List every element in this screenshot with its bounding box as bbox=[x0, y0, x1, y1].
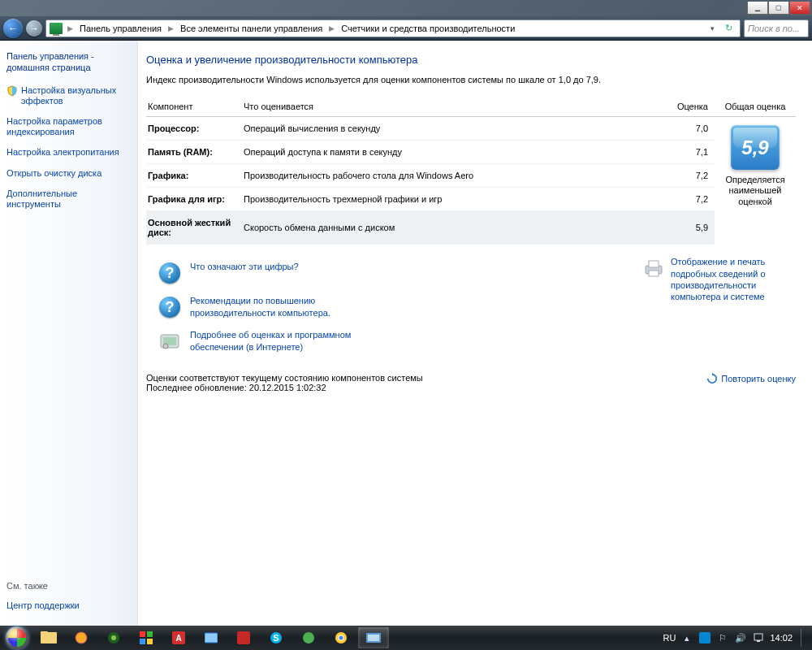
see-also-link[interactable]: Центр поддержки bbox=[6, 596, 131, 616]
status-text: Оценки соответствуют текущему состоянию … bbox=[146, 373, 423, 392]
svg-text:A: A bbox=[175, 634, 181, 643]
svg-rect-5 bbox=[649, 271, 659, 276]
sidebar-item[interactable]: Дополнительные инструменты bbox=[6, 184, 131, 214]
taskbar-item-chrome[interactable] bbox=[326, 627, 356, 648]
control-panel-icon bbox=[50, 23, 63, 34]
component-name: Процессор: bbox=[146, 124, 244, 133]
start-button[interactable] bbox=[2, 626, 32, 650]
svg-point-10 bbox=[111, 635, 116, 640]
taskbar-item[interactable] bbox=[131, 627, 162, 648]
taskbar-item[interactable] bbox=[66, 627, 97, 648]
overall-score-caption: Определяется наименьшей оценкой bbox=[715, 175, 796, 207]
rerun-assessment-link[interactable]: Повторить оценку bbox=[706, 373, 796, 384]
tray-icon[interactable] bbox=[698, 631, 711, 644]
score-table-body: Процессор:Операций вычисления в секунду7… bbox=[146, 117, 796, 245]
component-desc: Производительность рабочего стола для Wi… bbox=[244, 171, 666, 180]
tray-action-center-icon[interactable]: ⚐ bbox=[716, 631, 729, 644]
score-row: Графика:Производительность рабочего стол… bbox=[146, 164, 715, 188]
control-panel-home-link[interactable]: Панель управления - домашняя страница bbox=[6, 50, 131, 80]
breadcrumb-item[interactable]: Счетчики и средства производительности bbox=[339, 22, 516, 35]
col-component: Компонент bbox=[146, 102, 244, 111]
svg-rect-26 bbox=[368, 635, 379, 641]
component-name: Графика: bbox=[146, 171, 244, 180]
taskbar: A S RU ▴ ⚐ 🔊 14:02 bbox=[0, 626, 812, 650]
close-button[interactable] bbox=[789, 2, 810, 15]
breadcrumb[interactable]: ▶ Панель управления ▶ Все элементы панел… bbox=[45, 20, 741, 37]
help-link-item: ? Рекомендации по повышению производител… bbox=[146, 290, 641, 324]
software-link[interactable]: Подробнее об оценках и программном обесп… bbox=[190, 329, 401, 353]
breadcrumb-separator: ▶ bbox=[326, 24, 338, 32]
component-name: Основной жесткий диск: bbox=[146, 218, 244, 237]
system-tray: RU ▴ ⚐ 🔊 14:02 bbox=[663, 629, 810, 647]
content: Оценка и увеличение производительности к… bbox=[138, 41, 812, 626]
sidebar-item[interactable]: Открыть очистку диска bbox=[6, 163, 131, 184]
svg-rect-17 bbox=[205, 633, 218, 643]
forward-button[interactable]: → bbox=[26, 20, 42, 37]
maximize-button[interactable] bbox=[768, 2, 789, 15]
component-desc: Операций вычисления в секунду bbox=[244, 124, 666, 133]
software-icon bbox=[158, 329, 182, 353]
help-icon: ? bbox=[159, 262, 180, 284]
svg-rect-28 bbox=[754, 634, 762, 640]
overall-score-badge: 5,9 bbox=[731, 125, 780, 170]
tray-clock[interactable]: 14:02 bbox=[770, 633, 793, 643]
taskbar-item[interactable] bbox=[228, 627, 259, 648]
score-table-header: Компонент Что оценивается Оценка Общая о… bbox=[146, 97, 796, 117]
breadcrumb-item[interactable]: Все элементы панели управления bbox=[179, 22, 324, 35]
sidebar-item-label: Настройка параметров индексирования bbox=[6, 116, 131, 137]
sidebar-item-label: Настройка визуальных эффектов bbox=[21, 85, 131, 106]
svg-rect-18 bbox=[237, 631, 250, 644]
component-name: Память (RAM): bbox=[146, 147, 244, 157]
refresh-button[interactable]: ↻ bbox=[720, 23, 736, 33]
sidebar: Панель управления - домашняя страница На… bbox=[0, 41, 138, 626]
tray-network-icon[interactable] bbox=[752, 631, 765, 644]
breadcrumb-separator: ▶ bbox=[64, 24, 76, 32]
score-row: Основной жесткий диск:Скорость обмена да… bbox=[146, 211, 715, 245]
taskbar-item[interactable]: A bbox=[163, 627, 194, 648]
sidebar-item-label: Открыть очистку диска bbox=[6, 168, 102, 179]
print-details-link[interactable]: Отображение и печать подробных сведений … bbox=[671, 256, 796, 358]
svg-rect-4 bbox=[649, 261, 659, 267]
tray-show-hidden-icon[interactable]: ▴ bbox=[680, 631, 693, 644]
help-link[interactable]: Что означают эти цифры? bbox=[190, 261, 299, 272]
back-button[interactable]: ← bbox=[3, 19, 23, 38]
show-desktop-button[interactable] bbox=[801, 629, 806, 647]
taskbar-item-control-panel[interactable] bbox=[358, 627, 389, 648]
printer-icon bbox=[641, 256, 666, 280]
window-body: Панель управления - домашняя страница На… bbox=[0, 41, 812, 626]
taskbar-item[interactable] bbox=[293, 627, 324, 648]
sidebar-item[interactable]: Настройка электропитания bbox=[6, 142, 131, 162]
svg-rect-12 bbox=[147, 631, 153, 637]
svg-rect-27 bbox=[699, 632, 710, 644]
minimize-button[interactable] bbox=[747, 2, 768, 15]
svg-point-2 bbox=[163, 344, 168, 349]
score-row: Память (RAM):Операций доступа к памяти в… bbox=[146, 141, 715, 164]
taskbar-item-skype[interactable]: S bbox=[261, 627, 292, 648]
shield-icon bbox=[6, 85, 18, 97]
search-input[interactable]: Поиск в по... bbox=[744, 20, 809, 37]
taskbar-item[interactable] bbox=[196, 627, 227, 648]
tray-volume-icon[interactable]: 🔊 bbox=[734, 631, 747, 644]
score-row: Графика для игр:Производительность трехм… bbox=[146, 188, 715, 211]
sidebar-item[interactable]: Настройка визуальных эффектов bbox=[6, 80, 131, 111]
component-desc: Производительность трехмерной графики и … bbox=[244, 194, 666, 204]
refresh-icon bbox=[706, 373, 718, 384]
svg-point-24 bbox=[339, 636, 343, 640]
svg-rect-14 bbox=[147, 639, 153, 644]
sidebar-item[interactable]: Настройка параметров индексирования bbox=[6, 111, 131, 142]
col-description: Что оценивается bbox=[244, 102, 666, 111]
taskbar-item-explorer[interactable] bbox=[33, 627, 64, 648]
recommendations-link[interactable]: Рекомендации по повышению производительн… bbox=[190, 295, 401, 318]
taskbar-item[interactable] bbox=[98, 627, 129, 648]
page-title: Оценка и увеличение производительности к… bbox=[146, 54, 796, 66]
component-score: 5,9 bbox=[666, 223, 715, 232]
language-indicator[interactable]: RU bbox=[663, 633, 676, 643]
overall-score-cell: 5,9 Определяется наименьшей оценкой bbox=[715, 117, 796, 245]
component-desc: Операций доступа к памяти в секунду bbox=[244, 147, 666, 157]
breadcrumb-item[interactable]: Панель управления bbox=[78, 22, 163, 35]
svg-rect-29 bbox=[757, 640, 760, 642]
svg-rect-13 bbox=[140, 639, 145, 644]
component-score: 7,0 bbox=[666, 124, 715, 133]
component-desc: Скорость обмена данными с диском bbox=[244, 223, 666, 232]
breadcrumb-dropdown[interactable]: ▾ bbox=[706, 24, 719, 32]
